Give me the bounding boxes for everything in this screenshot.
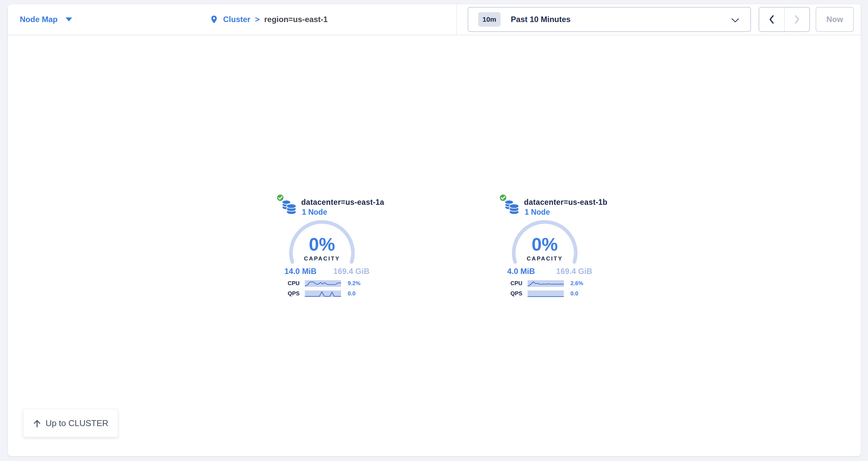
capacity-percent: 0%	[269, 235, 375, 254]
time-nav-group	[758, 7, 810, 32]
time-forward-button[interactable]	[785, 7, 810, 31]
up-to-cluster-button[interactable]: Up to CLUSTER	[23, 409, 118, 437]
capacity-caption: CAPACITY	[269, 256, 375, 262]
cpu-label: CPU	[505, 280, 522, 287]
qps-sparkline	[528, 290, 564, 297]
datacenter-card-us-east-1a[interactable]: datacenter=us-east-1a 1 Node 0% CAPACITY…	[269, 193, 375, 307]
qps-metric-row: QPS 0.0	[505, 290, 591, 297]
capacity-total: 169.4 GiB	[334, 267, 369, 275]
capacity-used: 4.0 MiB	[507, 267, 535, 275]
qps-label: QPS	[505, 290, 522, 297]
qps-metric-row: QPS 0.0	[282, 290, 368, 297]
breadcrumb-current-region: region=us-east-1	[264, 15, 328, 24]
qps-sparkline	[305, 290, 341, 297]
datacenter-name: datacenter=us-east-1b	[524, 198, 607, 207]
cpu-value: 9.2%	[348, 280, 361, 287]
breadcrumb-cluster-link[interactable]: Cluster	[223, 15, 250, 24]
chevron-left-icon	[768, 14, 775, 24]
arrow-up-icon	[33, 419, 41, 428]
cpu-sparkline	[305, 280, 341, 287]
time-range-select[interactable]: 10m Past 10 Minutes	[468, 7, 751, 32]
time-range-badge: 10m	[478, 12, 501, 27]
breadcrumb-separator: >	[255, 15, 260, 24]
up-to-cluster-label: Up to CLUSTER	[45, 418, 108, 428]
capacity-total: 169.4 GiB	[556, 267, 592, 275]
cpu-metric-row: CPU 9.2%	[282, 280, 368, 287]
node-map-page: Node Map Cluster > region=us-east-1 10m …	[0, 0, 868, 461]
health-check-icon	[499, 194, 507, 202]
cpu-label: CPU	[282, 280, 300, 287]
capacity-range: 4.0 MiB 169.4 GiB	[507, 267, 592, 275]
caret-down-icon	[66, 18, 72, 22]
capacity-percent: 0%	[492, 235, 597, 254]
qps-value: 0.0	[570, 290, 578, 297]
cpu-value: 2.6%	[570, 280, 583, 287]
capacity-used: 14.0 MiB	[284, 267, 316, 275]
breadcrumb: Cluster > region=us-east-1	[210, 4, 328, 35]
time-controls-section: 10m Past 10 Minutes	[457, 4, 861, 35]
time-back-button[interactable]	[759, 7, 785, 31]
now-button-label: Now	[827, 15, 843, 24]
health-check-icon	[276, 194, 284, 202]
chevron-down-icon	[731, 18, 739, 23]
app-panel: Node Map Cluster > region=us-east-1 10m …	[8, 4, 861, 456]
capacity-range: 14.0 MiB 169.4 GiB	[284, 267, 369, 275]
qps-value: 0.0	[348, 290, 355, 297]
cpu-metric-row: CPU 2.6%	[505, 280, 591, 287]
datacenter-name: datacenter=us-east-1a	[301, 198, 384, 207]
view-selector-label: Node Map	[20, 15, 58, 24]
cpu-sparkline	[528, 280, 564, 287]
node-count-link[interactable]: 1 Node	[525, 208, 550, 217]
location-pin-icon	[210, 14, 218, 25]
datacenter-card-us-east-1b[interactable]: datacenter=us-east-1b 1 Node 0% CAPACITY…	[492, 193, 597, 307]
header-bar: Node Map Cluster > region=us-east-1 10m …	[8, 4, 861, 35]
qps-label: QPS	[282, 290, 300, 297]
chevron-right-icon	[793, 14, 801, 24]
now-button[interactable]: Now	[816, 7, 854, 32]
node-count-link[interactable]: 1 Node	[302, 208, 327, 217]
view-selector-dropdown[interactable]: Node Map	[20, 4, 72, 35]
time-range-label: Past 10 Minutes	[511, 15, 570, 24]
capacity-caption: CAPACITY	[492, 256, 597, 262]
